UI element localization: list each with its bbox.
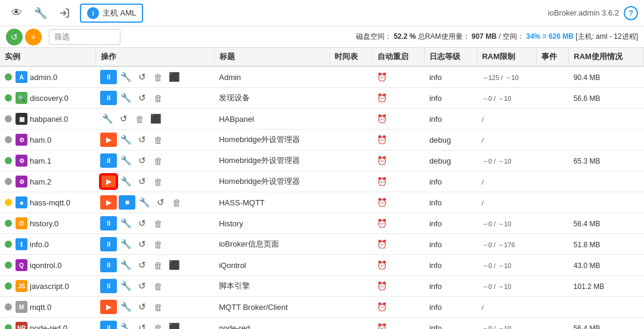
instance-id[interactable]: info.0 [30,240,49,249]
instance-id[interactable]: ham.1 [30,156,51,165]
delete-button[interactable]: 🗑 [151,321,165,329]
delete-button[interactable]: 🗑 [151,174,165,189]
settings-button[interactable]: 🔧 [119,279,133,293]
delete-button[interactable]: 🗑 [151,153,165,168]
delete-button[interactable]: 🗑 [151,279,165,293]
settings-button[interactable]: 🔧 [119,258,133,272]
loglevel-cell[interactable]: info [425,109,477,130]
settings-button[interactable]: 🔧 [119,237,133,251]
instance-id[interactable]: javascript.0 [30,282,69,291]
clock-icon[interactable]: ⏰ [377,198,387,207]
pause-button[interactable]: ⏸ [100,70,117,84]
instance-id[interactable]: iqontrol.0 [30,261,61,270]
clock-icon[interactable]: ⏰ [377,135,387,144]
delete-button[interactable]: 🗑 [151,91,165,105]
loglevel-cell[interactable]: info [425,88,477,109]
delete-button[interactable]: 🗑 [132,112,147,126]
pause-button[interactable]: ⏸ [100,279,117,293]
loglevel-cell[interactable]: info [425,213,477,234]
link-button[interactable]: ⬛ [148,112,163,126]
loglevel-cell[interactable]: info [425,255,477,276]
instance-id[interactable]: hass-mqtt.0 [30,198,70,207]
loglevel-cell[interactable]: info [425,66,477,88]
clock-icon[interactable]: ⏰ [377,260,387,270]
reload-button[interactable]: ↺ [135,70,149,84]
settings-button[interactable]: 🔧 [100,112,114,126]
delete-button[interactable]: 🗑 [151,300,165,314]
clock-icon[interactable]: ⏰ [377,302,387,312]
pause-button[interactable]: ⏸ [100,258,117,272]
pause-button[interactable]: ⏸ [100,321,117,329]
instance-id[interactable]: node-red.0 [30,324,67,330]
settings-button[interactable]: 🔧 [119,153,133,168]
reload-button[interactable]: ↺ [135,279,149,293]
delete-button[interactable]: 🗑 [151,258,165,272]
settings-button[interactable]: 🔧 [137,195,151,210]
loglevel-cell[interactable]: info [425,318,477,330]
play-button[interactable]: ▶ [100,174,117,189]
help-icon[interactable]: ? [624,6,638,20]
reload-button[interactable]: ↺ [135,300,149,314]
instance-id[interactable]: admin.0 [30,73,57,82]
clock-icon[interactable]: ⏰ [377,323,387,329]
refresh-button[interactable]: ↺ [6,29,23,45]
settings-button[interactable]: 🔧 [119,70,133,84]
instance-id[interactable]: mqtt.0 [30,303,51,312]
pause-button[interactable]: ⏸ [100,91,117,105]
reload-button[interactable]: ↺ [135,216,149,230]
clock-icon[interactable]: ⏰ [377,281,387,291]
link-button[interactable]: ⬛ [167,321,181,329]
loglevel-cell[interactable]: debug [425,150,477,171]
reload-button[interactable]: ↺ [135,174,149,189]
instance-id[interactable]: habpanel.0 [30,115,68,124]
loglevel-cell[interactable]: info [425,192,477,213]
add-instance-button[interactable]: + [25,29,42,45]
settings-button[interactable]: 🔧 [119,300,133,314]
settings-button[interactable]: 🔧 [119,321,133,329]
play-button[interactable]: ▶ [100,300,117,314]
reload-button[interactable]: ↺ [116,112,131,126]
reload-button[interactable]: ↺ [135,133,149,147]
reload-button[interactable]: ↺ [135,91,149,105]
delete-button[interactable]: 🗑 [169,195,184,210]
wrench-icon[interactable]: 🔧 [30,2,51,24]
delete-button[interactable]: 🗑 [151,216,165,230]
reload-button[interactable]: ↺ [153,195,168,210]
settings-button[interactable]: 🔧 [119,174,133,189]
reload-button[interactable]: ↺ [135,237,149,251]
play-button[interactable]: ▶ [100,195,117,210]
clock-icon[interactable]: ⏰ [377,156,387,165]
delete-button[interactable]: 🗑 [151,237,165,251]
loglevel-cell[interactable]: info [425,234,477,255]
host-tab[interactable]: i 主机 AML [80,4,143,23]
clock-icon[interactable]: ⏰ [377,177,387,186]
stop-button[interactable]: ■ [119,195,135,210]
pause-button[interactable]: ⏸ [100,216,117,230]
loglevel-cell[interactable]: debug [425,130,477,150]
clock-icon[interactable]: ⏰ [377,239,387,249]
instance-id[interactable]: ham.0 [30,136,51,144]
loglevel-cell[interactable]: info [425,276,477,297]
eye-icon[interactable]: 👁 [6,2,27,24]
login-icon[interactable] [54,2,75,24]
filter-input[interactable] [49,29,120,45]
loglevel-cell[interactable]: info [425,297,477,318]
instance-id[interactable]: discovery.0 [30,94,69,103]
clock-icon[interactable]: ⏰ [377,219,387,228]
clock-icon[interactable]: ⏰ [377,93,387,103]
pause-button[interactable]: ⏸ [100,153,117,168]
settings-button[interactable]: 🔧 [119,133,133,147]
loglevel-cell[interactable]: info [425,171,477,192]
reload-button[interactable]: ↺ [135,258,149,272]
clock-icon[interactable]: ⏰ [377,72,387,82]
link-button[interactable]: ⬛ [167,70,181,84]
pause-button[interactable]: ⏸ [100,237,117,251]
play-button[interactable]: ▶ [100,133,117,147]
delete-button[interactable]: 🗑 [151,133,165,147]
instance-id[interactable]: ham.2 [30,177,51,186]
clock-icon[interactable]: ⏰ [377,114,387,124]
delete-button[interactable]: 🗑 [151,70,165,84]
link-button[interactable]: ⬛ [167,258,181,272]
settings-button[interactable]: 🔧 [119,91,133,105]
settings-button[interactable]: 🔧 [119,216,133,230]
